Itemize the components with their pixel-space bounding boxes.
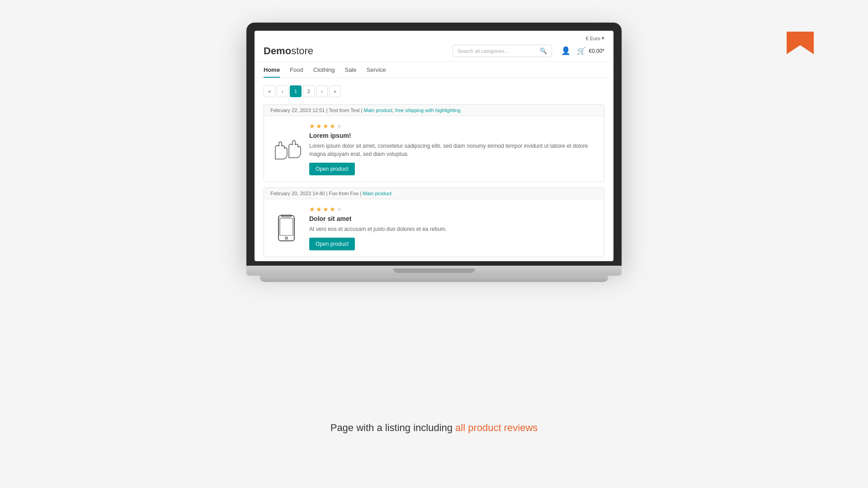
review-1-open-product-button[interactable]: Open product — [309, 163, 355, 175]
review-1-product-link[interactable]: Main product, free shipping with highlig… — [364, 108, 461, 113]
pagination: « ‹ 1 2 › » — [264, 85, 604, 97]
currency-label: € Euro — [586, 36, 600, 41]
logo-demo: Demo — [264, 45, 291, 56]
main-header: Demostore Search all categories... 🔍 👤 🛒… — [264, 45, 604, 57]
pagination-page2[interactable]: 2 — [303, 85, 315, 97]
pagination-next[interactable]: › — [316, 85, 328, 97]
nav-item-clothing[interactable]: Clothing — [313, 66, 335, 78]
review-card-2-body: ★ ★ ★ ★ ★ Dolor sit amet At vero eos et … — [264, 199, 604, 257]
review-1-stars: ★ ★ ★ ★ ★ — [309, 122, 598, 130]
review-card-2-header: February 20, 2023 14:40 | Foo from Foo |… — [264, 188, 604, 199]
nav-item-service[interactable]: Service — [367, 66, 386, 78]
bottom-caption: Page with a listing including all produc… — [330, 422, 538, 434]
review-2-author: Foo from Foo — [329, 191, 359, 196]
cart-icon: 🛒 — [577, 47, 586, 55]
svg-point-4 — [285, 237, 288, 239]
pagination-first[interactable]: « — [264, 85, 275, 97]
cart-button[interactable]: 🛒 €0.00* — [577, 47, 604, 55]
logo-store: store — [291, 45, 313, 56]
review-1-date: February 22, 2023 12:51 — [270, 108, 325, 113]
review-1-text: Lorem ipsum dolor sit amet, consetetur s… — [309, 142, 598, 158]
top-bar: € Euro ▾ — [264, 35, 604, 45]
review-2-product-image — [270, 206, 302, 250]
caption-highlight: all product reviews — [455, 422, 538, 433]
svg-marker-0 — [787, 32, 814, 54]
cart-amount: €0.00* — [589, 48, 604, 54]
store-logo: Demostore — [264, 45, 313, 57]
gloves-product-icon — [272, 136, 301, 161]
review-card-2: February 20, 2023 14:40 | Foo from Foo |… — [264, 188, 604, 257]
review-2-text: At vero eos et accusam et justo duo dolo… — [309, 225, 598, 233]
brand-mark-icon — [787, 32, 814, 54]
review-2-title: Dolor sit amet — [309, 215, 598, 222]
laptop-shell: € Euro ▾ Demostore Search all categories… — [246, 23, 622, 266]
review-1-content: ★ ★ ★ ★ ★ Lorem ipsum! Lorem ipsum dolor… — [309, 122, 598, 175]
review-2-date: February 20, 2023 14:40 — [270, 191, 325, 196]
review-card-1-body: ★ ★ ★ ★ ★ Lorem ipsum! Lorem ipsum dolor… — [264, 116, 604, 182]
pagination-page1[interactable]: 1 — [290, 85, 302, 97]
pagination-prev[interactable]: ‹ — [277, 85, 288, 97]
store-header: € Euro ▾ Demostore Search all categories… — [255, 31, 613, 62]
laptop-base — [246, 266, 622, 276]
currency-selector[interactable]: € Euro ▾ — [586, 35, 604, 41]
nav-item-home[interactable]: Home — [264, 66, 280, 78]
nav-item-sale[interactable]: Sale — [344, 66, 356, 78]
review-1-title: Lorem ipsum! — [309, 132, 598, 139]
search-bar[interactable]: Search all categories... 🔍 — [453, 45, 552, 57]
laptop-container: € Euro ▾ Demostore Search all categories… — [246, 23, 622, 282]
review-1-product-image — [270, 122, 302, 175]
content-area: « ‹ 1 2 › » February 22, 2023 12:51 | Te… — [255, 78, 613, 261]
laptop-base-inner — [393, 268, 475, 273]
review-card-1: February 22, 2023 12:51 | Test from Test… — [264, 104, 604, 182]
laptop-foot — [260, 276, 608, 282]
search-placeholder-text: Search all categories... — [458, 48, 508, 54]
header-icons: 👤 🛒 €0.00* — [561, 46, 604, 56]
laptop-screen: € Euro ▾ Demostore Search all categories… — [255, 31, 613, 261]
pagination-last[interactable]: » — [329, 85, 341, 97]
review-2-product-link[interactable]: Main product — [363, 191, 392, 196]
currency-chevron: ▾ — [602, 35, 604, 41]
review-2-stars: ★ ★ ★ ★ ★ — [309, 206, 598, 213]
caption-prefix: Page with a listing including — [330, 422, 455, 433]
review-2-open-product-button[interactable]: Open product — [309, 238, 355, 250]
user-icon[interactable]: 👤 — [561, 46, 571, 56]
svg-rect-3 — [280, 218, 293, 235]
nav-item-food[interactable]: Food — [290, 66, 303, 78]
phone-product-icon — [276, 215, 297, 242]
review-2-content: ★ ★ ★ ★ ★ Dolor sit amet At vero eos et … — [309, 206, 598, 250]
store-nav: Home Food Clothing Sale Service — [255, 62, 613, 78]
search-icon[interactable]: 🔍 — [540, 47, 547, 54]
review-1-author: Test from Test — [329, 108, 359, 113]
review-card-1-header: February 22, 2023 12:51 | Test from Test… — [264, 105, 604, 116]
